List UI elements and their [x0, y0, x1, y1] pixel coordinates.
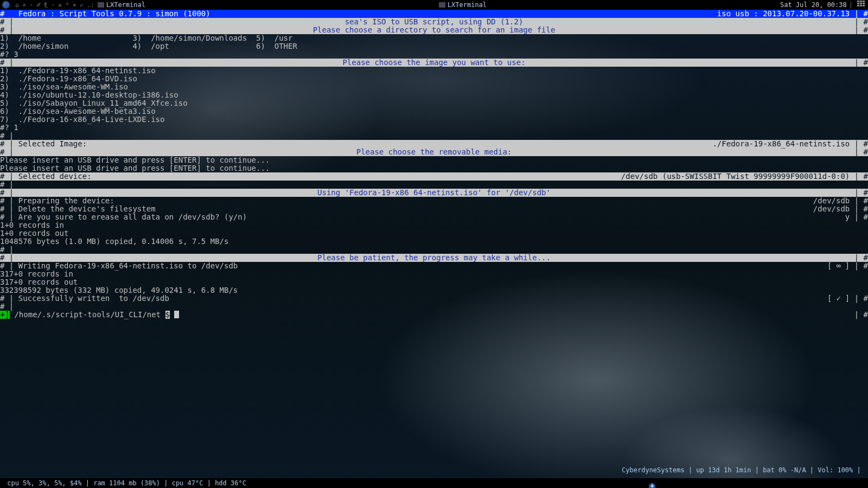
script-header-5: # | Please be patient, the progress may … — [0, 254, 868, 262]
taskbar-separator: | — [849, 1, 853, 9]
hash-line: # | — [0, 132, 868, 140]
media-prompt: Please choose the removable media: — [14, 148, 854, 156]
system-stats-right: CyberdyneSystems | up 13d 1h 1min | bat … — [606, 458, 865, 489]
title-left: # Fedora : Script Tools 0.7.9 : simon (1… — [0, 10, 210, 18]
dd-output: 317+0 records out — [0, 278, 868, 286]
fedora-logo-icon[interactable] — [2, 1, 10, 9]
svg-rect-7 — [860, 5, 862, 7]
hash-line: # | — [0, 181, 868, 189]
script-header-4: # | Using 'Fedora-19-x86_64-netinst.iso'… — [0, 189, 868, 197]
taskbar-window-2-label: LXTerminal — [448, 1, 487, 9]
infinity-icon: ∞ — [832, 262, 845, 270]
image-input: #? 1 — [0, 124, 868, 132]
taskbar-window-1-label: LXTerminal — [106, 1, 145, 9]
taskbar-window-1[interactable]: LXTerminal — [98, 1, 145, 9]
script-title: sea's ISO to USB script, using DD (1.2) — [14, 18, 854, 26]
script-header-1: # | sea's ISO to USB script, using DD (1… — [0, 18, 868, 26]
confirm-erase-line: # | Are you sure to erease all data on /… — [0, 213, 868, 221]
svg-rect-6 — [857, 5, 859, 7]
image-option: 1) ./Fedora-19-x86_64-netinst.iso — [0, 67, 868, 75]
script-header-3: # | Please choose the removable media: |… — [0, 148, 868, 156]
prompt-symbol-icon: +] — [0, 311, 10, 319]
prepare-line: # | Preparing the device:/dev/sdb | # — [0, 197, 868, 205]
taskbar-left: ⌂ ⌕ · ♂ ξ · ✕ ⌃ × ✓ .: LXTerminal — [2, 1, 145, 9]
dd-output: 317+0 records in — [0, 270, 868, 278]
dd-output: 332398592 bytes (332 MB) copied, 49.0241… — [0, 286, 868, 294]
dd-output: 1048576 bytes (1.0 MB) copied, 0.14006 s… — [0, 237, 868, 246]
selected-image-bar: # | Selected Image: ./Fedora-19-x86_64-n… — [0, 140, 868, 148]
image-option: 5) ./iso/Sabayon_Linux_11_amd64_Xfce.iso — [0, 99, 868, 107]
prompt-dollar: $ — [165, 311, 170, 319]
svg-rect-4 — [860, 3, 862, 4]
dd-output: 1+0 records in — [0, 221, 868, 229]
image-option: 4) ./iso/ubuntu-12.10-desktop-i386.iso — [0, 91, 868, 99]
delete-fs-line: # | Delete the device's filesystem/dev/s… — [0, 205, 868, 213]
usb-prompt-line: Please insert an USB drive and press [EN… — [0, 156, 868, 164]
script-header-1b: # | Please choose a directory to search … — [0, 26, 868, 34]
title-right: iso usb : 2013.07.20-00.37.13 | # — [717, 10, 868, 18]
script-header-2: # | Please choose the image you want to … — [0, 59, 868, 67]
svg-rect-8 — [863, 5, 865, 7]
power-icon[interactable] — [625, 474, 633, 482]
dir-option: 2) /home/simon 4) /opt 6) OTHER — [0, 42, 868, 50]
taskbar-clock: Sat Jul 20, 00:38 — [780, 1, 849, 9]
terminal-window[interactable]: # Fedora : Script Tools 0.7.9 : simon (1… — [0, 10, 868, 319]
image-option: 2) ./Fedora-19-x86_64-DVD.iso — [0, 75, 868, 83]
usb-prompt-line: Please insert an USB drive and press [EN… — [0, 164, 868, 172]
selected-image-value: ./Fedora-19-x86_64-netinst.iso | # — [712, 140, 868, 148]
dd-output: 1+0 records out — [0, 229, 868, 237]
top-taskbar: ⌂ ⌕ · ♂ ξ · ✕ ⌃ × ✓ .: LXTerminal LXTerm… — [0, 0, 868, 10]
taskbar-window-2[interactable]: LXTerminal — [439, 1, 487, 9]
svg-rect-5 — [863, 3, 865, 4]
terminal-title-bar: # Fedora : Script Tools 0.7.9 : simon (1… — [0, 10, 868, 18]
patience-text: Please be patient, the progress may take… — [14, 254, 854, 262]
prompt-path: /home/.s/script-tools/UI_CLI/net — [10, 311, 165, 319]
image-option: 6) ./iso/sea-Awesome-WM-beta3.iso — [0, 107, 868, 115]
terminal-icon — [439, 2, 445, 8]
system-stats-left: cpu 5%, 3%, 5%, $4% | ram 1104 mb (38%) … — [3, 479, 246, 487]
image-option: 7) ./Fedora-16-x86_64-Live-LXDE.iso — [0, 115, 868, 124]
selected-image-label: # | Selected Image: — [0, 140, 87, 148]
image-option: 3) ./iso/sea-Awesome-WM.iso — [0, 83, 868, 91]
selected-device-value: /dev/sdb (usb-SWISSBIT_Twist_99999999F90… — [621, 172, 868, 181]
workspace-grid-icon[interactable] — [857, 1, 866, 9]
svg-rect-1 — [860, 1, 862, 2]
dir-input: #? 3 — [0, 50, 868, 59]
dir-option: 1) /home 3) /home/simon/Downloads 5) /us… — [0, 34, 868, 42]
hash-line: # | — [0, 246, 868, 254]
check-icon: ✓ — [832, 294, 845, 303]
shell-prompt-line[interactable]: +] /home/.s/script-tools/UI_CLI/net $ | … — [0, 311, 868, 319]
svg-rect-2 — [863, 1, 865, 2]
taskbar-launcher-icons[interactable]: ⌂ ⌕ · ♂ ξ · ✕ ⌃ × ✓ .: — [15, 1, 94, 9]
svg-rect-3 — [857, 3, 859, 4]
using-iso-text: Using 'Fedora-19-x86_64-netinst.iso' for… — [14, 189, 854, 197]
success-line: # | Successfully written to /dev/sdb [ ✓… — [0, 294, 868, 303]
bottom-status-bar: cpu 5%, 3%, 5%, $4% | ram 1104 mb (38%) … — [0, 478, 868, 488]
dir-prompt: Please choose a directory to search for … — [14, 26, 854, 34]
terminal-icon — [98, 2, 104, 8]
cursor-icon — [174, 311, 179, 318]
selected-device-bar: # | Selected device: /dev/sdb (usb-SWISS… — [0, 172, 868, 181]
image-prompt: Please choose the image you want to use: — [14, 59, 854, 67]
selected-device-label: # | Selected device: — [0, 172, 92, 181]
writing-line: # | Writing Fedora-19-x86_64-netinst.iso… — [0, 262, 868, 270]
svg-rect-0 — [857, 1, 859, 2]
hash-line: # | — [0, 303, 868, 311]
